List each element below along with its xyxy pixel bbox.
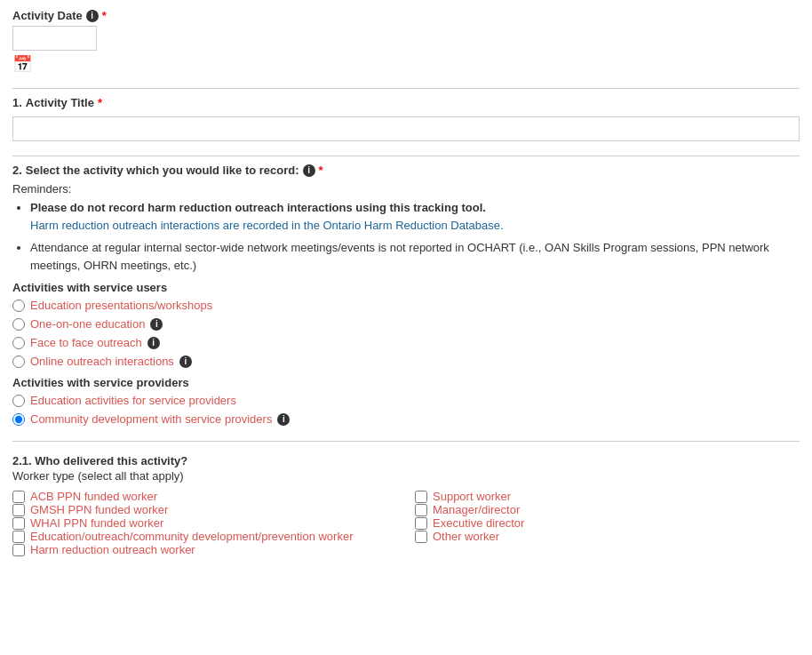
radio-label-4: Online outreach interactions <box>30 355 174 368</box>
reminder-2-text: Attendance at regular internal sector-wi… <box>30 241 769 272</box>
who-delivered-title-text: 2.1. Who delivered this activity? <box>12 454 187 467</box>
checkbox-wt6[interactable]: Support worker <box>415 490 800 503</box>
checkbox-wt5[interactable]: Harm reduction outreach worker <box>12 543 397 556</box>
checkbox-label-wt1: ACB PPN funded worker <box>30 490 157 503</box>
activity-date-section: Activity Date i * 📅 <box>12 9 800 74</box>
checkbox-right-col: Support worker Manager/director Executiv… <box>415 490 800 556</box>
radio-option-4[interactable]: Online outreach interactions i <box>12 354 800 369</box>
checkbox-wt7[interactable]: Manager/director <box>415 503 800 516</box>
divider-2 <box>12 156 800 156</box>
activity-title-number: 1. <box>12 96 22 109</box>
activity-date-required: * <box>102 9 107 22</box>
radio-option-1[interactable]: Education presentations/workshops <box>12 298 800 313</box>
who-delivered-section: 2.1. Who delivered this activity? Worker… <box>12 454 800 556</box>
radio-option-3[interactable]: Face to face outreach i <box>12 335 800 350</box>
checkbox-label-wt2: GMSH PPN funded worker <box>30 503 168 516</box>
reminder-item-1: Please do not record harm reduction outr… <box>30 199 800 234</box>
activity-date-input[interactable] <box>12 26 97 51</box>
checkbox-input-wt9[interactable] <box>415 531 427 543</box>
select-activity-info-icon[interactable]: i <box>303 164 315 177</box>
opt4-info-icon[interactable]: i <box>179 355 192 368</box>
checkbox-wt2[interactable]: GMSH PPN funded worker <box>12 503 397 516</box>
checkbox-input-wt7[interactable] <box>415 504 427 516</box>
reminders-label: Reminders: <box>12 182 800 196</box>
select-activity-section: 2. Select the activity which you would l… <box>12 164 800 427</box>
checkbox-wt4[interactable]: Education/outreach/community development… <box>12 530 397 543</box>
checkbox-label-wt5: Harm reduction outreach worker <box>30 543 195 556</box>
opt6-info-icon[interactable]: i <box>277 413 290 426</box>
radio-option-2[interactable]: One-on-one education i <box>12 316 800 331</box>
checkbox-input-wt5[interactable] <box>12 544 25 556</box>
checkbox-label-wt9: Other worker <box>433 530 499 543</box>
opt2-info-icon[interactable]: i <box>150 318 163 331</box>
radio-input-4[interactable] <box>12 355 25 368</box>
checkbox-left-col: ACB PPN funded worker GMSH PPN funded wo… <box>12 490 397 556</box>
checkbox-wt9[interactable]: Other worker <box>415 530 800 543</box>
radio-label-1: Education presentations/workshops <box>30 299 212 312</box>
radio-input-1[interactable] <box>12 300 25 312</box>
select-activity-text: Select the activity which you would like… <box>26 164 299 177</box>
service-users-label-text: Activities with service users <box>12 281 167 294</box>
service-providers-label-text: Activities with service providers <box>12 376 189 389</box>
checkbox-input-wt6[interactable] <box>415 491 427 503</box>
activity-title-required: * <box>98 96 102 109</box>
radio-label-3: Face to face outreach <box>30 336 142 349</box>
checkbox-label-wt6: Support worker <box>433 490 511 503</box>
reminders-list: Please do not record harm reduction outr… <box>30 199 800 274</box>
checkbox-input-wt8[interactable] <box>415 517 427 530</box>
worker-type-label-text: Worker type (select all that apply) <box>12 469 184 483</box>
select-activity-number: 2. <box>12 164 22 177</box>
radio-input-5[interactable] <box>12 395 25 407</box>
activity-title-text: Activity Title <box>26 96 94 109</box>
select-activity-label: 2. Select the activity which you would l… <box>12 164 800 177</box>
activity-title-label: 1. Activity Title * <box>12 96 800 109</box>
select-activity-required: * <box>319 164 323 177</box>
radio-input-6[interactable] <box>12 413 25 426</box>
checkbox-input-wt4[interactable] <box>12 531 25 543</box>
who-delivered-title: 2.1. Who delivered this activity? <box>12 454 800 467</box>
radio-label-5: Education activities for service provide… <box>30 394 236 407</box>
divider-1 <box>12 88 800 89</box>
service-users-group-label: Activities with service users <box>12 281 800 294</box>
checkbox-input-wt2[interactable] <box>12 504 25 516</box>
radio-input-2[interactable] <box>12 318 25 331</box>
calendar-icon[interactable]: 📅 <box>12 54 32 74</box>
activity-title-input[interactable] <box>12 116 800 141</box>
checkbox-wt1[interactable]: ACB PPN funded worker <box>12 490 397 503</box>
reminder-1-link[interactable]: Harm reduction outreach interactions are… <box>30 219 504 232</box>
worker-type-label: Worker type (select all that apply) <box>12 469 800 483</box>
radio-label-6: Community development with service provi… <box>30 412 272 426</box>
activity-title-section: 1. Activity Title * <box>12 96 800 141</box>
checkbox-label-wt7: Manager/director <box>433 503 520 516</box>
activity-date-info-icon[interactable]: i <box>86 10 99 22</box>
activity-date-label: Activity Date i * <box>12 9 800 22</box>
divider-3 <box>12 441 800 442</box>
reminders-text: Reminders: <box>12 182 71 196</box>
service-providers-group-label: Activities with service providers <box>12 376 800 389</box>
reminder-item-2: Attendance at regular internal sector-wi… <box>30 239 800 274</box>
checkbox-wt8[interactable]: Executive director <box>415 516 800 530</box>
checkbox-input-wt1[interactable] <box>12 491 25 503</box>
checkbox-input-wt3[interactable] <box>12 517 25 530</box>
radio-option-5[interactable]: Education activities for service provide… <box>12 393 800 408</box>
checkbox-wt3[interactable]: WHAI PPN funded worker <box>12 516 397 530</box>
reminder-1-bold: Please do not record harm reduction outr… <box>30 201 486 214</box>
checkbox-label-wt4: Education/outreach/community development… <box>30 530 353 543</box>
worker-type-grid: ACB PPN funded worker GMSH PPN funded wo… <box>12 490 800 556</box>
radio-input-3[interactable] <box>12 337 25 349</box>
opt3-info-icon[interactable]: i <box>147 337 160 349</box>
checkbox-label-wt8: Executive director <box>433 516 524 530</box>
activity-date-text: Activity Date <box>12 9 83 22</box>
checkbox-label-wt3: WHAI PPN funded worker <box>30 516 163 530</box>
radio-option-6[interactable]: Community development with service provi… <box>12 411 800 427</box>
radio-label-2: One-on-one education <box>30 317 145 331</box>
